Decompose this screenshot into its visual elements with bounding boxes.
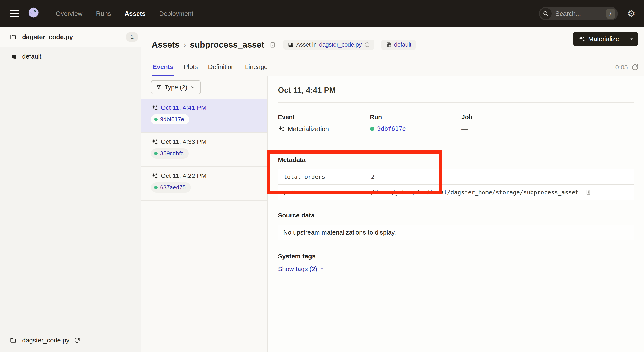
nav-item-assets[interactable]: Assets [124, 10, 146, 17]
nav-item-runs[interactable]: Runs [96, 10, 111, 17]
sidebar-item-label: default [22, 53, 41, 60]
event-timestamp-link[interactable]: Oct 11, 4:33 PM [161, 138, 206, 145]
search-input[interactable]: Search... / [539, 7, 618, 20]
nav-item-overview[interactable]: Overview [56, 10, 82, 17]
materialization-sparkle-icon [151, 172, 158, 179]
copy-path-icon[interactable] [585, 189, 592, 195]
code-location-link[interactable]: dagster_code.py [319, 41, 362, 48]
search-shortcut-key: / [606, 9, 615, 18]
tab-lineage[interactable]: Lineage [244, 63, 268, 76]
run-field-label: Run [370, 114, 462, 121]
event-list-item[interactable]: Oct 11, 4:41 PM 9dbf617e [142, 98, 268, 133]
system-tags-heading: System tags [278, 253, 634, 260]
breadcrumb: Assets › subprocess_asset Asset in dagst… [142, 27, 644, 55]
materialization-sparkle-icon [151, 104, 158, 111]
reload-definitions-icon[interactable] [364, 42, 370, 47]
asset-pill-prefix: Asset in [296, 41, 317, 48]
table-row: path /Users/yuhan/dev/local/dagster_home… [278, 185, 634, 200]
folder-icon [10, 337, 16, 344]
copy-asset-key-icon[interactable] [269, 41, 276, 48]
search-icon [540, 8, 552, 19]
refresh-countdown: 0:05 [616, 64, 628, 71]
tab-definition[interactable]: Definition [207, 63, 236, 76]
asset-tabs: Events Plots Definition Lineage 0:05 [142, 55, 644, 76]
event-list-item[interactable]: Oct 11, 4:22 PM 637aed75 [142, 167, 268, 201]
page-title: subprocess_asset [190, 40, 264, 49]
run-status-dot [370, 127, 374, 131]
refresh-timer: 0:05 [616, 64, 638, 76]
divider [278, 102, 634, 103]
asset-page-header: Assets › subprocess_asset Asset in dagst… [142, 27, 644, 76]
chevron-down-icon [190, 85, 195, 90]
breadcrumb-separator: › [183, 40, 186, 49]
event-field-label: Event [278, 114, 370, 121]
materialization-sparkle-icon [151, 138, 158, 145]
funnel-icon [156, 84, 162, 90]
sidebar-item-default-group[interactable]: default [0, 47, 141, 66]
job-value: — [462, 125, 468, 133]
run-tag[interactable]: 9dbf617e [151, 114, 189, 124]
run-tag[interactable]: 637aed75 [151, 182, 191, 193]
nav-right: Search... / ⚙ [539, 7, 636, 20]
caret-down-icon [320, 267, 324, 272]
asset-sidebar: dagster_code.py 1 default dagster_code.p… [0, 27, 141, 352]
metadata-extra-cell [622, 169, 634, 185]
folder-icon [10, 34, 16, 40]
dagster-logo[interactable] [26, 6, 41, 21]
run-status-dot [154, 118, 158, 121]
asset-group-pill: default [382, 39, 416, 50]
metadata-heading: Metadata [278, 156, 634, 163]
reload-code-location-icon[interactable] [74, 337, 80, 343]
metadata-value: 2 [366, 169, 622, 185]
run-id: 9dbf617e [160, 116, 184, 123]
job-field-label: Job [462, 114, 472, 121]
event-timestamp-link[interactable]: Oct 11, 4:41 PM [161, 104, 206, 111]
asset-group-icon [386, 42, 392, 48]
event-type-value: Materialization [288, 125, 329, 133]
asset-group-link[interactable]: default [394, 41, 412, 48]
table-row: total_orders 2 [278, 169, 634, 185]
sidebar-footer-label: dagster_code.py [22, 337, 70, 344]
source-data-heading: Source data [278, 212, 634, 219]
run-status-dot [154, 152, 158, 155]
source-data-empty-state: No upstream materializations to display. [278, 225, 634, 240]
sidebar-footer-code-location[interactable]: dagster_code.py [0, 328, 141, 352]
materialize-split-button: Materialize [573, 32, 638, 46]
main-nav: Overview Runs Assets Deployment [56, 10, 193, 17]
show-tags-label: Show tags (2) [278, 265, 317, 273]
main-panel: Assets › subprocess_asset Asset in dagst… [142, 27, 644, 352]
breadcrumb-assets-link[interactable]: Assets [152, 40, 180, 49]
materialize-options-caret[interactable] [625, 36, 638, 42]
menu-icon[interactable] [10, 10, 19, 17]
event-list-item[interactable]: Oct 11, 4:33 PM 359cdbfc [142, 133, 268, 167]
asset-count-badge: 1 [126, 32, 138, 42]
materialize-button[interactable]: Materialize [573, 35, 624, 42]
event-detail-title: Oct 11, 4:41 PM [278, 86, 634, 95]
tab-events[interactable]: Events [152, 63, 174, 76]
sparkle-icon [578, 35, 585, 42]
run-id-link[interactable]: 9dbf617e [377, 125, 406, 132]
settings-gear-icon[interactable]: ⚙ [627, 9, 636, 18]
run-tag[interactable]: 359cdbfc [151, 148, 189, 159]
asset-group-icon [10, 53, 16, 60]
event-summary-fields: Event Materialization Run 9dbf617e [278, 114, 634, 133]
sidebar-item-code-location[interactable]: dagster_code.py 1 [0, 27, 141, 47]
show-tags-toggle[interactable]: Show tags (2) [278, 265, 324, 273]
dagster-app: Overview Runs Assets Deployment Search..… [0, 0, 644, 352]
filter-bar: Type (2) [142, 76, 268, 98]
metadata-table: total_orders 2 path /Users/yuhan/dev/loc… [278, 169, 634, 200]
source-data-empty-message: No upstream materializations to display. [283, 229, 396, 236]
type-filter-button[interactable]: Type (2) [151, 80, 201, 94]
asset-definition-pill: Asset in dagster_code.py [284, 39, 374, 50]
tab-plots[interactable]: Plots [183, 63, 199, 76]
metadata-path-link[interactable]: /Users/yuhan/dev/local/dagster_home/stor… [371, 189, 578, 196]
run-id: 637aed75 [160, 184, 186, 191]
top-nav: Overview Runs Assets Deployment Search..… [0, 0, 644, 27]
nav-item-deployment[interactable]: Deployment [159, 10, 193, 17]
table-icon [288, 42, 294, 48]
materialization-sparkle-icon [278, 126, 285, 132]
events-content: Type (2) Oct 11, 4:41 PM 9dbf617e [142, 76, 644, 352]
event-list-panel: Type (2) Oct 11, 4:41 PM 9dbf617e [142, 76, 268, 352]
event-timestamp-link[interactable]: Oct 11, 4:22 PM [161, 172, 206, 179]
refresh-icon[interactable] [632, 64, 638, 71]
